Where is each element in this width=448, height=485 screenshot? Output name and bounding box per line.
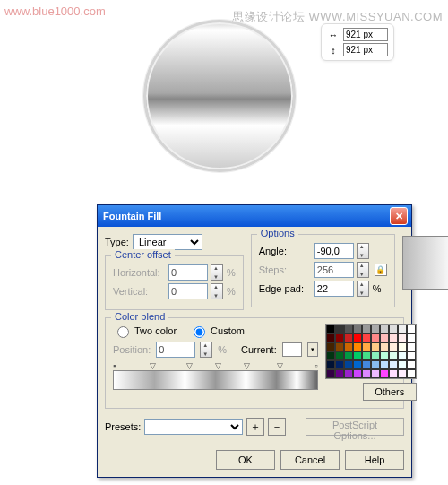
palette-cell[interactable] [371, 369, 380, 378]
palette-cell[interactable] [371, 351, 380, 360]
palette-cell[interactable] [362, 342, 371, 351]
palette-cell[interactable] [353, 342, 362, 351]
edge-input[interactable] [314, 281, 354, 297]
gradient-preview [402, 236, 448, 290]
close-button[interactable]: ✕ [390, 207, 408, 225]
palette-cell[interactable] [326, 333, 335, 342]
palette-cell[interactable] [326, 342, 335, 351]
pct-label: % [218, 344, 227, 355]
palette-cell[interactable] [371, 333, 380, 342]
fountain-fill-dialog: Fountain Fill ✕ Type: Linear Center offs… [97, 204, 412, 478]
palette-cell[interactable] [335, 325, 344, 333]
palette-cell[interactable] [389, 342, 398, 351]
ok-button[interactable]: OK [216, 450, 275, 470]
palette-cell[interactable] [398, 342, 407, 351]
palette-cell[interactable] [380, 351, 389, 360]
palette-cell[interactable] [371, 360, 380, 369]
others-button[interactable]: Others [363, 383, 417, 401]
palette-cell[interactable] [380, 333, 389, 342]
palette-cell[interactable] [353, 360, 362, 369]
palette-cell[interactable] [398, 333, 407, 342]
guide-line-horizontal [296, 108, 448, 108]
palette-cell[interactable] [407, 369, 416, 378]
color-blend-group: Color blend Two color Custom Position: %… [105, 317, 404, 409]
help-button[interactable]: Help [345, 450, 404, 470]
palette-cell[interactable] [362, 333, 371, 342]
width-input[interactable] [343, 28, 388, 41]
palette-cell[interactable] [362, 325, 371, 333]
color-palette[interactable] [325, 324, 417, 379]
titlebar[interactable]: Fountain Fill ✕ [98, 205, 411, 227]
palette-cell[interactable] [326, 369, 335, 378]
preset-remove-button[interactable]: － [268, 418, 286, 436]
palette-cell[interactable] [398, 325, 407, 333]
palette-cell[interactable] [344, 369, 353, 378]
palette-cell[interactable] [353, 333, 362, 342]
palette-cell[interactable] [326, 360, 335, 369]
palette-cell[interactable] [335, 360, 344, 369]
palette-cell[interactable] [344, 333, 353, 342]
palette-cell[interactable] [407, 351, 416, 360]
palette-cell[interactable] [380, 360, 389, 369]
preset-add-button[interactable]: ＋ [246, 418, 264, 436]
horizontal-input [168, 264, 208, 281]
spinner[interactable] [357, 281, 369, 297]
palette-cell[interactable] [344, 342, 353, 351]
palette-cell[interactable] [335, 333, 344, 342]
palette-cell[interactable] [344, 325, 353, 333]
palette-cell[interactable] [398, 360, 407, 369]
palette-cell[interactable] [353, 351, 362, 360]
palette-cell[interactable] [371, 342, 380, 351]
presets-label: Presets: [105, 421, 141, 432]
palette-cell[interactable] [380, 369, 389, 378]
current-swatch[interactable] [282, 342, 302, 357]
palette-cell[interactable] [344, 351, 353, 360]
palette-cell[interactable] [389, 333, 398, 342]
palette-cell[interactable] [362, 351, 371, 360]
palette-cell[interactable] [398, 351, 407, 360]
height-input[interactable] [343, 43, 388, 56]
cancel-button[interactable]: Cancel [280, 450, 340, 470]
gradient-bar[interactable] [113, 370, 318, 390]
palette-cell[interactable] [335, 369, 344, 378]
palette-cell[interactable] [380, 325, 389, 333]
swatch-dropdown[interactable]: ▾ [307, 342, 318, 357]
spinner [357, 262, 369, 278]
palette-cell[interactable] [344, 360, 353, 369]
palette-cell[interactable] [407, 342, 416, 351]
palette-cell[interactable] [335, 342, 344, 351]
palette-cell[interactable] [407, 325, 416, 333]
palette-cell[interactable] [353, 325, 362, 333]
color-blend-label: Color blend [111, 311, 168, 322]
palette-cell[interactable] [380, 342, 389, 351]
palette-cell[interactable] [389, 351, 398, 360]
palette-cell[interactable] [326, 351, 335, 360]
palette-cell[interactable] [389, 325, 398, 333]
palette-cell[interactable] [371, 325, 380, 333]
palette-cell[interactable] [362, 369, 371, 378]
lock-icon[interactable]: 🔒 [375, 264, 387, 276]
two-color-radio[interactable]: Two color [113, 324, 177, 338]
palette-cell[interactable] [326, 325, 335, 333]
palette-cell[interactable] [407, 360, 416, 369]
current-label: Current: [241, 344, 277, 355]
dialog-title: Fountain Fill [101, 211, 390, 221]
palette-cell[interactable] [407, 333, 416, 342]
type-select[interactable]: Linear [133, 234, 202, 250]
presets-select[interactable] [144, 419, 243, 435]
pct-label: % [227, 286, 236, 297]
palette-cell[interactable] [398, 369, 407, 378]
palette-cell[interactable] [362, 360, 371, 369]
gradient-markers[interactable]: ▪ ▽ ▽ ▽ ▽ ▽ ▫ [113, 361, 318, 370]
position-input [156, 342, 195, 358]
palette-cell[interactable] [389, 369, 398, 378]
palette-cell[interactable] [335, 351, 344, 360]
palette-cell[interactable] [389, 360, 398, 369]
spinner[interactable] [357, 243, 369, 259]
palette-cell[interactable] [353, 369, 362, 378]
center-offset-label: Center offset [111, 249, 175, 260]
spinner [200, 342, 212, 358]
custom-radio[interactable]: Custom [189, 324, 245, 338]
steps-label: Steps: [259, 264, 311, 275]
angle-input[interactable] [314, 243, 354, 259]
